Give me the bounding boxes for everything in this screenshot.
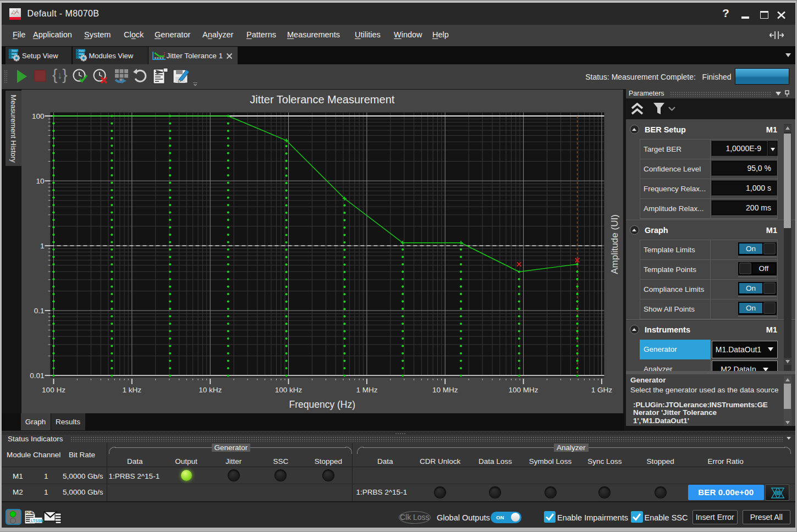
svg-text:0.1: 0.1	[34, 306, 45, 314]
svg-text:Frequency (Hz): Frequency (Hz)	[289, 399, 356, 410]
svg-text:100 MHz: 100 MHz	[509, 386, 538, 394]
svg-text:100: 100	[32, 112, 45, 120]
svg-text:LTSSM: LTSSM	[31, 518, 43, 522]
svg-text:1 MHz: 1 MHz	[356, 386, 377, 394]
svg-text:Jitter Tolerance Measurement: Jitter Tolerance Measurement	[250, 93, 395, 105]
svg-text:100 kHz: 100 kHz	[275, 386, 303, 394]
svg-text:PCIe: PCIe	[26, 511, 32, 514]
svg-text:Data: Data	[12, 49, 18, 52]
svg-text:Data: Data	[79, 49, 84, 52]
svg-text:1: 1	[40, 241, 45, 250]
svg-text:1 kHz: 1 kHz	[123, 386, 142, 394]
svg-text:100 Hz: 100 Hz	[42, 386, 65, 394]
svg-text:Amplitude (UI): Amplitude (UI)	[609, 214, 620, 274]
svg-text:10: 10	[36, 176, 44, 185]
svg-text:1 GHz: 1 GHz	[591, 386, 613, 394]
svg-text:0.01: 0.01	[30, 371, 44, 379]
svg-text:10 kHz: 10 kHz	[199, 386, 222, 394]
svg-text:10 MHz: 10 MHz	[432, 386, 458, 394]
